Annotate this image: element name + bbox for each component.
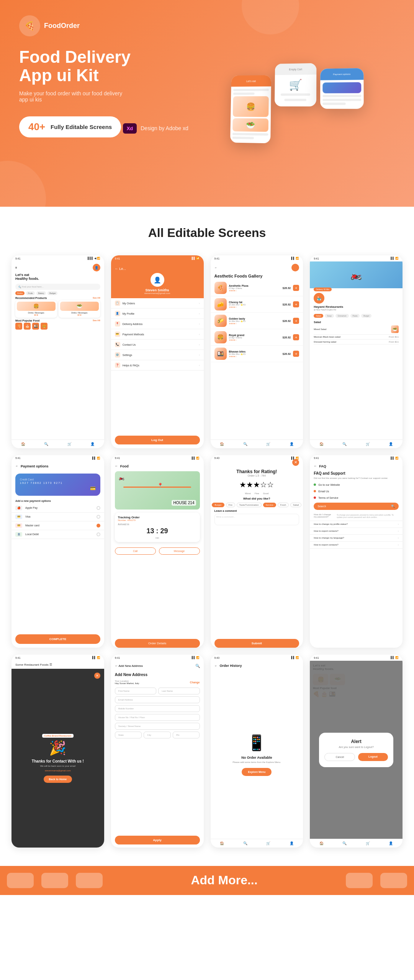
comment-box[interactable]: Write a comment... — [214, 514, 299, 525]
tracking-back[interactable]: ← — [115, 464, 118, 468]
nav-cart[interactable]: 🛒 — [67, 442, 72, 446]
add-item-5[interactable]: + — [293, 351, 299, 357]
loc-change[interactable]: Change — [190, 681, 200, 684]
faq-link-terms[interactable]: Terms of Service — [310, 495, 403, 501]
pop-pizza[interactable]: 🍕 — [15, 323, 22, 330]
tag-salad[interactable]: Salad — [290, 503, 301, 507]
menu-orders[interactable]: 📋 My Orders › — [111, 298, 204, 309]
add-item-2[interactable]: + — [293, 301, 299, 307]
faq-link-email[interactable]: Email Us — [310, 488, 403, 495]
state-input[interactable]: State — [115, 732, 142, 738]
gallery-item-3[interactable]: 🌮 Golden tasty 1h 20m 34s • ⭐4.5 ★★★★☆ $… — [211, 313, 303, 329]
cancel-button[interactable]: Cancel — [324, 753, 355, 761]
master-radio[interactable] — [97, 524, 100, 528]
nav-cart-3[interactable]: 🛒 — [266, 442, 270, 446]
tab-soup[interactable]: Soup — [325, 314, 334, 318]
apply-button[interactable]: Apply — [115, 836, 200, 844]
tab-cinnamon[interactable]: Cinnamon — [335, 314, 349, 318]
nav-home[interactable]: 🏠 — [21, 442, 25, 446]
society-input[interactable]: Society / Street Name — [115, 723, 200, 730]
address-search-icon[interactable]: 🔍 — [195, 664, 200, 668]
nav-profile-12[interactable]: 👤 — [389, 841, 393, 845]
add-item-4[interactable]: + — [293, 334, 299, 340]
menu-profile[interactable]: 👤 My Profile › — [111, 309, 204, 319]
tab-pasta[interactable]: Pasta — [350, 314, 360, 318]
payment-visa[interactable]: 💳 Visa — [11, 513, 104, 521]
explore-button[interactable]: Explore Menu — [242, 768, 272, 776]
address-back[interactable]: ← Add New Address — [115, 664, 143, 668]
email-input[interactable]: Email Address — [115, 696, 200, 703]
payment-master[interactable]: 💳 Master card — [11, 521, 104, 530]
cat-bakery[interactable]: Bakery — [36, 291, 46, 295]
tag-fresh[interactable]: Fresh — [278, 503, 289, 507]
tag-taste[interactable]: Taste/Yummination — [237, 503, 262, 507]
search-bar[interactable]: 🔍 Find your food here... — [15, 284, 100, 290]
tag-fire[interactable]: Fire — [226, 503, 235, 507]
nav-home-4[interactable]: 🏠 — [319, 442, 324, 446]
rating-stars[interactable]: ★★★☆☆ — [211, 480, 303, 489]
menu-contact[interactable]: 📞 Contact Us › — [111, 340, 204, 350]
menu-faq[interactable]: ❓ Helps & FAQs › — [111, 360, 204, 371]
orders-back[interactable]: ← — [214, 664, 218, 668]
add-item-3[interactable]: + — [293, 318, 299, 324]
menu-delivery[interactable]: 📍 Delivery Address › — [111, 319, 204, 329]
gallery-item-5[interactable]: 🍱 Bhavan bites 1h 20m 34s • ⭐4.5 ★★★★☆ $… — [211, 346, 303, 362]
nav-home-3[interactable]: 🏠 — [220, 442, 224, 446]
popular-see-all[interactable]: See All — [93, 319, 100, 322]
tab-salad[interactable]: Salad — [314, 314, 323, 318]
rating-close[interactable]: ✕ — [292, 459, 299, 466]
mobile-input[interactable]: Mobile Number — [115, 705, 200, 712]
nav-profile-3[interactable]: 👤 — [290, 442, 294, 446]
faq-item-3[interactable]: How to export contacts? › — [310, 528, 403, 535]
debit-radio[interactable] — [97, 532, 100, 536]
menu-item-mixed[interactable]: Mixed Salad 🥗 — [314, 324, 399, 335]
pop-meal[interactable]: 🍱 — [32, 323, 39, 330]
nav-cart-11[interactable]: 🛒 — [266, 841, 270, 845]
menu-payment[interactable]: 💳 Payment Methods › — [111, 329, 204, 340]
logout-button[interactable]: Log Out — [115, 436, 200, 444]
first-name-input[interactable]: First Name — [115, 688, 156, 694]
item-2[interactable]: 🥗 Drinks / Beverages $7.8 — [59, 300, 100, 318]
gallery-back[interactable]: ← — [214, 266, 218, 270]
last-name-input[interactable]: Last Name — [158, 688, 200, 694]
add-item-1[interactable]: + — [293, 285, 299, 291]
payment-apple[interactable]: 🍎 Apple Pay — [11, 504, 104, 513]
tag-service[interactable]: Service — [263, 503, 276, 507]
faq-back[interactable]: ← — [314, 464, 317, 468]
payment-debit[interactable]: 🏦 Local Debit — [11, 530, 104, 539]
nav-search[interactable]: 🔍 — [44, 442, 48, 446]
thanks-close[interactable]: ✕ — [94, 673, 100, 679]
menu-item-mexican[interactable]: Mexican Black bean salad From $11 — [314, 335, 399, 340]
gallery-item-2[interactable]: 🧀 Cheesy fat 1h 20m 34s • ⭐4.5 ★★★★☆ $26… — [211, 296, 303, 313]
gallery-item-4[interactable]: 🍔 Royal grand 2.5 kg • 3 Items ★★★★☆ $26… — [211, 329, 303, 346]
pop-burger[interactable]: 🍔 — [41, 323, 47, 330]
nav-search-12[interactable]: 🔍 — [342, 841, 347, 845]
nav-home-12[interactable]: 🏠 — [319, 841, 324, 845]
tab-burger[interactable]: Burger — [361, 314, 371, 318]
cat-fruits[interactable]: Fruits — [26, 291, 35, 295]
faq-search[interactable]: Search 🔍 — [314, 503, 399, 510]
message-button[interactable]: Message — [159, 547, 200, 555]
faq-link-website[interactable]: Go to our Website — [310, 482, 403, 488]
city-input[interactable]: City — [144, 732, 171, 738]
call-button[interactable]: Call — [115, 547, 156, 555]
tag-burger[interactable]: Burger — [212, 503, 224, 507]
nav-home-11[interactable]: 🏠 — [220, 841, 224, 845]
menu-item-herring[interactable]: Dressed herring salad From $11 — [314, 340, 399, 345]
nav-cart-12[interactable]: 🛒 — [366, 841, 370, 845]
faq-item-5[interactable]: How to export contacts? › — [310, 542, 403, 549]
pin-input[interactable]: Pin — [173, 732, 200, 738]
submit-button[interactable]: Submit — [214, 639, 299, 648]
gallery-item-1[interactable]: 🍕 Aesthetic Pizza 2.5 kg • 3 Items ★★★★☆… — [211, 280, 303, 296]
see-all-link[interactable]: See All — [93, 297, 100, 299]
back-home-button[interactable]: Back to Home — [44, 776, 72, 783]
nav-profile-11[interactable]: 👤 — [290, 841, 294, 845]
nav-search-4[interactable]: 🔍 — [342, 442, 347, 446]
payment-back[interactable]: ← — [15, 464, 18, 468]
nav-profile-4[interactable]: 👤 — [389, 442, 393, 446]
nav-search-3[interactable]: 🔍 — [243, 442, 247, 446]
visa-radio[interactable] — [97, 515, 100, 519]
faq-item-2[interactable]: How to change my profile status? › — [310, 521, 403, 528]
nav-profile[interactable]: 👤 — [90, 442, 95, 446]
item-1[interactable]: 🍔 Drinks / Beverages $7.8 — [15, 300, 57, 318]
